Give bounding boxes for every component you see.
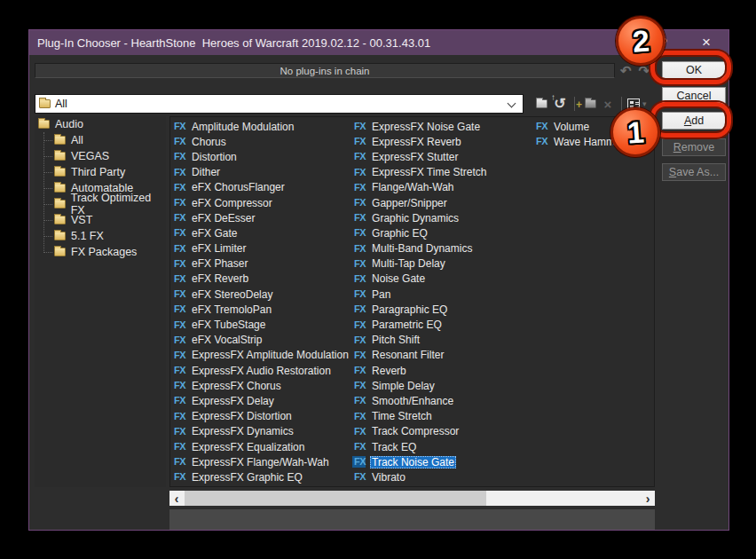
plugin-item-label: ExpressFX Noise Gate: [370, 121, 482, 133]
plugin-item[interactable]: FXExpressFX Time Stretch: [352, 165, 533, 180]
folder-icon: [54, 168, 66, 177]
up-one-level-icon[interactable]: ↑: [532, 99, 551, 108]
plugin-item-label: Simple Delay: [370, 380, 437, 392]
plugin-item[interactable]: FXFlange/Wah-Wah: [352, 180, 533, 195]
folder-combobox[interactable]: All: [35, 94, 524, 114]
tree-item-5-1-fx[interactable]: 5.1 FX: [54, 228, 166, 244]
fx-icon: FX: [352, 258, 366, 270]
delete-folder-icon[interactable]: ×: [600, 97, 616, 112]
tree-item-fx-packages[interactable]: FX Packages: [54, 244, 166, 260]
plugin-item-label: Multi-Band Dynamics: [370, 242, 474, 255]
remove-button[interactable]: Remove: [662, 138, 726, 156]
plugin-item-label: Flange/Wah-Wah: [370, 181, 455, 193]
plugin-item[interactable]: FXTime Stretch: [352, 409, 533, 424]
plugin-item[interactable]: FXeFX Gate: [172, 225, 353, 240]
background-app-strip: [0, 0, 6, 532]
plugin-item[interactable]: FXResonant Filter: [352, 348, 533, 363]
fx-icon: FX: [172, 319, 185, 331]
plugin-item[interactable]: FXPan: [352, 287, 533, 302]
plugin-item-label: Volume: [552, 121, 591, 133]
fx-icon: FX: [352, 319, 366, 331]
plugin-item[interactable]: FXParametric EQ: [352, 317, 533, 332]
move-plugin-left-icon[interactable]: ↶: [620, 64, 632, 77]
plugin-item[interactable]: FXeFX StereoDelay: [172, 287, 353, 302]
plugin-item[interactable]: FXParagraphic EQ: [352, 302, 533, 317]
scroll-right-icon[interactable]: ›: [641, 491, 655, 506]
plugin-item[interactable]: FXeFX Phaser: [172, 256, 353, 272]
fx-icon: FX: [172, 258, 185, 270]
tree-item-track-optimized-fx[interactable]: Track Optimized FX: [54, 196, 166, 212]
plugin-item[interactable]: FXExpressFX Graphic EQ: [172, 469, 353, 484]
plugin-item[interactable]: FXReverb: [352, 363, 533, 378]
plugin-item[interactable]: FXSimple Delay: [352, 378, 533, 393]
plugin-item[interactable]: FXExpressFX Audio Restoration: [172, 363, 353, 378]
plugin-item[interactable]: FXeFX VocalStrip: [172, 333, 353, 348]
scroll-left-icon[interactable]: ‹: [169, 491, 184, 506]
plugin-item[interactable]: FXExpressFX Chorus: [172, 378, 353, 393]
plugin-item[interactable]: FXExpressFX Amplitude Modulation: [172, 348, 353, 363]
tree-item-vegas[interactable]: VEGAS: [54, 148, 166, 164]
plugin-item[interactable]: FXeFX Compressor: [172, 195, 353, 210]
fx-icon: FX: [352, 350, 366, 361]
plugin-item[interactable]: FXeFX TremoloPan: [172, 302, 353, 317]
save-as-button[interactable]: Save As...: [662, 163, 726, 181]
tree-item-third-party[interactable]: Third Party: [54, 164, 166, 180]
plugin-item[interactable]: FXGraphic EQ: [352, 225, 533, 240]
plugin-item[interactable]: FXExpressFX Equalization: [172, 439, 353, 454]
plugin-item[interactable]: FXGapper/Snipper: [352, 195, 533, 210]
chain-empty-text: No plug-ins in chain: [280, 66, 369, 76]
plugin-item-label: eFX Phaser: [190, 257, 249, 270]
horizontal-scrollbar[interactable]: ‹ ›: [169, 491, 655, 506]
scrollbar-thumb[interactable]: [185, 491, 486, 506]
plugin-item[interactable]: FXDither: [172, 165, 353, 180]
refresh-icon[interactable]: ↺: [551, 97, 569, 111]
fx-icon: FX: [172, 471, 185, 483]
tree-item-vst[interactable]: VST: [54, 212, 166, 228]
plugin-item[interactable]: FXeFX Reverb: [172, 272, 353, 287]
fx-icon: FX: [352, 243, 366, 255]
tree-item-label: VST: [71, 214, 92, 226]
plugin-item[interactable]: FXExpressFX Reverb: [352, 134, 533, 149]
plugin-item-label: eFX StereoDelay: [190, 288, 274, 301]
views-caret-icon[interactable]: ▾: [642, 99, 647, 108]
fx-icon: FX: [172, 212, 185, 224]
scrollbar-track[interactable]: [184, 491, 641, 506]
plugin-item[interactable]: FXExpressFX Stutter: [352, 149, 533, 164]
fx-icon: FX: [352, 365, 366, 376]
new-folder-icon[interactable]: +: [580, 99, 600, 108]
plugin-item[interactable]: FXNoise Gate: [352, 272, 533, 287]
plugin-item[interactable]: FXVibrato: [352, 469, 533, 484]
plugin-item[interactable]: FXChorus: [172, 134, 353, 149]
plugin-item[interactable]: FXAmplitude Modulation: [172, 119, 353, 134]
plugin-item[interactable]: FXExpressFX Distortion: [172, 409, 353, 424]
plugin-item[interactable]: FXSmooth/Enhance: [352, 393, 533, 408]
fx-icon: FX: [172, 411, 185, 422]
plugin-item-label: Parametric EQ: [370, 319, 444, 331]
plugin-item[interactable]: FXExpressFX Dynamics: [172, 424, 353, 439]
chevron-down-icon[interactable]: [508, 99, 516, 108]
plugin-item[interactable]: FXGraphic Dynamics: [352, 210, 533, 225]
plugin-item[interactable]: FXExpressFX Noise Gate: [352, 119, 533, 134]
plugin-item[interactable]: FXTrack EQ: [352, 439, 533, 454]
plugin-item[interactable]: FXMulti-Tap Delay: [352, 256, 533, 272]
tree-item-audio[interactable]: Audio: [35, 116, 166, 132]
plugin-info-panel: [169, 508, 655, 530]
plugin-item[interactable]: FXExpressFX Delay: [172, 393, 353, 408]
plugin-item[interactable]: FXeFX DeEsser: [172, 210, 353, 225]
plugin-item[interactable]: FXDistortion: [172, 149, 353, 164]
plugin-item[interactable]: FXMulti-Band Dynamics: [352, 241, 533, 256]
plugin-item-label: ExpressFX Delay: [190, 395, 276, 407]
plugin-item[interactable]: FXExpressFX Flange/Wah-Wah: [172, 454, 353, 469]
plugin-item[interactable]: FXPitch Shift: [352, 333, 533, 348]
plugin-item[interactable]: FXTrack Noise Gate: [352, 454, 533, 469]
plugin-item-label: Chorus: [190, 136, 228, 148]
fx-icon: FX: [352, 456, 366, 468]
fx-icon: FX: [352, 182, 366, 193]
plugin-item[interactable]: FXeFX TubeStage: [172, 317, 353, 332]
plugin-item[interactable]: FXeFX Limiter: [172, 241, 353, 256]
fx-icon: FX: [172, 243, 185, 255]
plugin-item[interactable]: FXTrack Compressor: [352, 424, 533, 439]
plugin-item[interactable]: FXeFX ChorusFlanger: [172, 180, 353, 195]
tree-item-all[interactable]: All: [54, 132, 166, 148]
folder-icon: [54, 200, 66, 209]
